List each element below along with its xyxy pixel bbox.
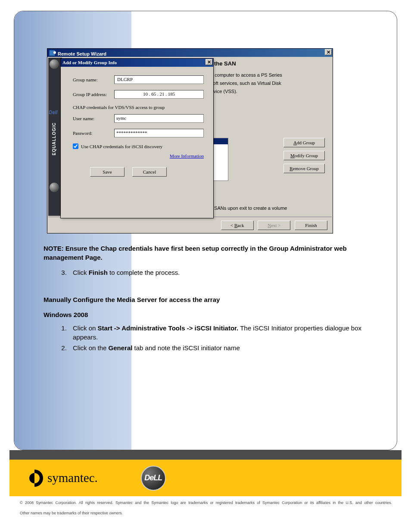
group-name-label: Group name: xyxy=(73,77,114,82)
copyright-line-1: © 2008 Symantec Corporation. All rights … xyxy=(20,501,392,505)
remove-group-button[interactable]: Remove Group xyxy=(283,164,325,173)
equallogic-brand: EQUALLOGIC xyxy=(52,122,56,156)
password-input[interactable]: ************* xyxy=(114,129,204,137)
next-button[interactable]: Next > xyxy=(258,221,290,230)
group-ip-label: Group IP address: xyxy=(73,92,114,97)
wizard-text-3: Copy Service (VSS). xyxy=(194,88,329,95)
more-information-link[interactable]: More Information xyxy=(170,153,204,159)
password-label: Password: xyxy=(73,131,114,136)
use-chap-label: Use CHAP credentials for iSCSI discovery xyxy=(81,144,162,149)
group-ip-input[interactable]: 10 . 65 . 21 . 185 xyxy=(114,90,204,99)
copyright-line-2: Other names may be trademarks of their r… xyxy=(20,511,123,515)
wizard-heading: access the SAN xyxy=(194,60,329,67)
modify-group-button[interactable]: Modify Group xyxy=(283,151,325,160)
app-icon xyxy=(49,50,55,56)
note-text: NOTE: Ensure the Chap credentials have f… xyxy=(44,244,381,262)
chap-section-label: CHAP credentials for VDS/VSS access to g… xyxy=(73,105,204,110)
finish-button[interactable]: Finish xyxy=(295,221,327,230)
username-label: User name: xyxy=(73,116,114,121)
symantec-icon xyxy=(26,470,43,487)
add-modify-group-dialog: Add or Modify Group Info ✕ Group name: D… xyxy=(60,58,214,218)
username-input[interactable]: symc xyxy=(114,114,204,123)
dell-brand: Dell xyxy=(49,109,62,115)
symantec-logo: symantec. xyxy=(26,470,98,487)
wizard-text-2: to Microsoft services, such as Virtual D… xyxy=(194,80,329,87)
wizard-text-1: allow this computer to access a PS Serie… xyxy=(194,72,329,78)
window-title: Remote Setup Wizard xyxy=(58,51,106,56)
wizard-text-4: uter: xyxy=(194,107,329,113)
section-heading-2: Windows 2008 xyxy=(44,310,381,319)
group-name-input[interactable]: DLGRP xyxy=(114,75,204,84)
footer-dark-bar xyxy=(9,450,402,460)
close-icon[interactable]: ✕ xyxy=(325,49,332,55)
cancel-button[interactable]: Cancel xyxy=(132,167,167,177)
back-button[interactable]: < Back xyxy=(221,221,254,230)
dialog-titlebar[interactable]: Add or Modify Group Info ✕ xyxy=(61,59,213,67)
symantec-text: symantec. xyxy=(47,471,98,485)
close-icon[interactable]: ✕ xyxy=(206,59,212,65)
step-1: Click on Start -> Administrative Tools -… xyxy=(68,324,381,342)
section-heading-1: Manually Configure the Media Server for … xyxy=(44,295,381,304)
step-2: Click on the General tab and note the iS… xyxy=(68,343,381,352)
dialog-title: Add or Modify Group Info xyxy=(62,60,117,65)
add-group-button[interactable]: Add Group xyxy=(283,138,325,147)
dell-logo: DeLL xyxy=(141,466,166,491)
save-button[interactable]: Save xyxy=(90,167,125,177)
window-titlebar[interactable]: Remote Setup Wizard ✕ xyxy=(47,49,333,57)
use-chap-checkbox[interactable] xyxy=(73,143,78,149)
step-3: Click Finish to complete the process. xyxy=(68,268,381,277)
footer-yellow-bar: symantec. DeLL xyxy=(9,460,402,496)
